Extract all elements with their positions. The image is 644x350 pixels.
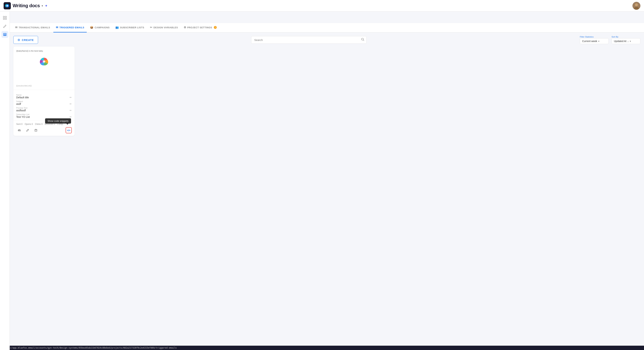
edit-subscriber-list-icon[interactable]: ✏ [70, 116, 72, 118]
sidebar-item-wrench[interactable] [2, 23, 8, 30]
svg-point-1 [6, 5, 8, 7]
bottom-bar: https://app.bluefox.email/accounts/gyn-t… [0, 346, 644, 350]
edit-subject-icon[interactable]: ✏ [70, 103, 72, 105]
subscriber-lists-icon: 👥 [116, 26, 119, 29]
svg-point-17 [44, 61, 46, 62]
preview-text-label: Preview Text [16, 107, 72, 109]
svg-point-18 [44, 62, 45, 63]
project-dropdown-arrow[interactable]: ▾ [42, 4, 43, 7]
edit-button[interactable] [24, 127, 31, 133]
top-header: Writing docs ▾ ✦ [0, 0, 644, 12]
svg-rect-7 [3, 18, 4, 20]
stat-opens: Opens 0 [25, 123, 33, 125]
sidebar-item-layers[interactable] [2, 31, 8, 38]
svg-line-13 [363, 40, 364, 41]
sort-by-group: Sort By Updated At ↓ ▾ [612, 36, 640, 44]
svg-rect-8 [5, 18, 6, 20]
search-input[interactable] [251, 36, 366, 44]
subject-label: Subject [16, 100, 72, 103]
svg-point-16 [44, 60, 44, 61]
card-unsubscribe-text: {{unsubscribeLink}} [16, 85, 32, 87]
email-card: {{babyName}} is the best baby. [13, 47, 75, 136]
name-row: Default title ✏ [16, 96, 72, 99]
svg-line-23 [28, 130, 28, 130]
project-settings-icon: ⚙ [184, 26, 186, 29]
subject-row: asdf ✏ [16, 103, 72, 105]
magic-icon[interactable]: ✦ [45, 4, 48, 8]
filter-dropdown-arrow: ▾ [598, 40, 600, 43]
code-snippets-button[interactable]: </> [66, 127, 72, 133]
toolbar-row: ⊕ CREATE Filter Statistics Current week … [10, 33, 644, 47]
sort-dropdown-arrow: ▾ [630, 40, 631, 43]
pinwheel-logo [39, 56, 49, 67]
svg-rect-24 [35, 130, 37, 131]
create-button[interactable]: ⊕ CREATE [13, 36, 38, 44]
create-plus-icon: ⊕ [18, 38, 20, 42]
svg-rect-9 [4, 33, 6, 34]
header-left: Writing docs ▾ ✦ [4, 2, 48, 9]
filter-statistics-group: Filter Statistics Current week ▾ [580, 36, 609, 44]
card-actions: Show code snippets </> [13, 125, 75, 136]
user-avatar[interactable] [632, 2, 640, 10]
triggered-icon: ✉ [56, 26, 58, 29]
name-label: Name [16, 94, 72, 96]
bottom-bar-url: https://app.bluefox.email/accounts/gyn-t… [2, 346, 177, 349]
delete-button[interactable] [33, 127, 39, 133]
sort-by-select[interactable]: Updated At ↓ ▾ [612, 38, 640, 44]
svg-rect-6 [5, 16, 6, 18]
sidebar-item-grid[interactable] [2, 15, 8, 21]
search-area [251, 36, 366, 44]
card-preview: {{babyName}} is the best baby. [13, 47, 75, 90]
sort-direction-icon: ↓ [628, 40, 629, 43]
edit-name-icon[interactable]: ✏ [70, 96, 72, 99]
subject-value: asdf [16, 103, 21, 105]
filter-statistics-select[interactable]: Current week ▾ [580, 38, 609, 44]
edit-preview-icon[interactable]: ✏ [70, 109, 72, 112]
search-icon [361, 38, 364, 42]
project-title: Writing docs [12, 3, 40, 9]
project-settings-badge: ! [214, 26, 217, 29]
svg-rect-10 [4, 34, 6, 35]
svg-rect-5 [3, 16, 4, 18]
left-sidebar [0, 12, 10, 350]
stat-clicks: Clicks 0 [35, 123, 42, 125]
subscriber-list-label: Subscriber List [16, 113, 72, 116]
code-icon: </> [67, 129, 70, 132]
sort-by-label: Sort By [612, 36, 640, 38]
card-info: Name Default title ✏ Subject asdf ✏ Prev… [13, 90, 75, 118]
tab-transactional[interactable]: ✉ TRANSACTIONAL EMAILS [12, 23, 53, 33]
stat-bounces: Bounces 0 [45, 123, 55, 125]
stat-sent: Sent 0 [16, 123, 22, 125]
tab-triggered[interactable]: ✉ TRIGGERED EMAILS [53, 23, 87, 33]
subscriber-list-row: Test YO List ✏ [16, 116, 72, 118]
logo-area: Writing docs ▾ ✦ [4, 2, 48, 9]
code-button-wrapper: Show code snippets </> [66, 127, 72, 133]
subscriber-list-value: Test YO List [16, 116, 30, 118]
preview-text-value: asdfasdf [16, 109, 26, 112]
tab-campaigns[interactable]: 📦 CAMPAIGNS [88, 23, 112, 33]
preview-text-row: asdfasdf ✏ [16, 109, 72, 112]
name-value: Default title [16, 96, 29, 99]
tab-project-settings[interactable]: ⚙ PROJECT SETTINGS ! [181, 23, 220, 33]
stat-comp: Comp... [57, 123, 65, 125]
svg-point-22 [19, 130, 20, 131]
card-preview-text: {{babyName}} is the best baby. [16, 50, 43, 52]
svg-point-3 [635, 4, 638, 6]
transactional-icon: ✉ [15, 26, 18, 29]
design-variables-icon: ✂ [150, 26, 152, 29]
logo-icon [4, 2, 11, 9]
campaigns-icon: 📦 [90, 26, 94, 29]
view-button[interactable] [16, 127, 22, 133]
main-content: ✉ TRANSACTIONAL EMAILS ✉ TRIGGERED EMAIL… [10, 23, 644, 350]
tab-design-variables[interactable]: ✂ DESIGN VARIABLES [148, 23, 180, 33]
svg-rect-11 [4, 35, 6, 36]
card-stats: Sent 0 Opens 0 Clicks 0 Bounces 0 Comp..… [13, 121, 75, 125]
svg-point-19 [43, 62, 44, 63]
svg-point-20 [42, 61, 44, 62]
tab-subscriber-lists[interactable]: 👥 SUBSCRIBER LISTS [113, 23, 147, 33]
cards-area: {{babyName}} is the best baby. [10, 47, 644, 139]
filter-statistics-label: Filter Statistics [580, 36, 609, 38]
nav-tabs: ✉ TRANSACTIONAL EMAILS ✉ TRIGGERED EMAIL… [10, 23, 644, 33]
filter-sort-area: Filter Statistics Current week ▾ Sort By… [580, 36, 640, 44]
